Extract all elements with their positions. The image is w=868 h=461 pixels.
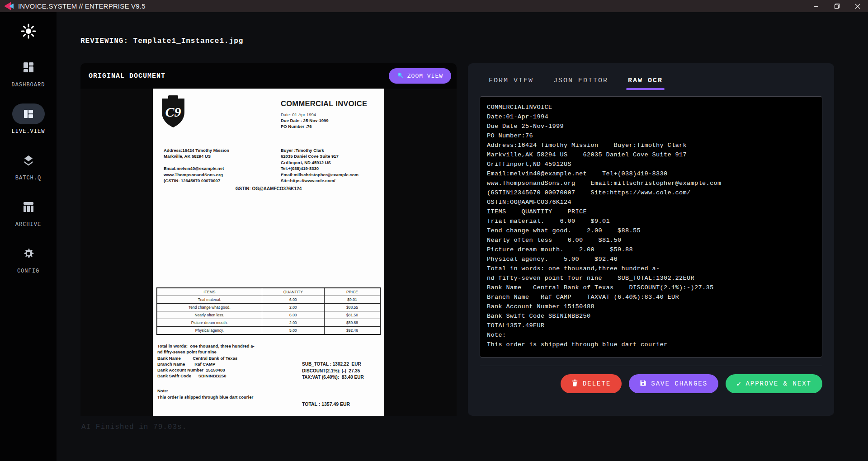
sidebar-label-live-view: LIVE.VIEW: [12, 128, 45, 135]
close-icon[interactable]: [847, 0, 868, 12]
quantity-header: QUANTITY: [262, 288, 324, 296]
invoice-date: Date: 01-Apr-1994: [281, 112, 378, 117]
trash-icon: [571, 379, 578, 388]
sidebar-label-config: CONFIG: [17, 268, 39, 274]
text-line: Due Date 25-Nov-1999: [487, 122, 815, 131]
check-icon: ✓: [736, 379, 741, 389]
invoice-note-text: This order is shipped through blue dart …: [157, 394, 253, 400]
save-changes-label: SAVE CHANGES: [651, 380, 708, 387]
floppy-disk-icon: [640, 380, 646, 388]
invoice-note-label: Note:: [157, 388, 253, 394]
sidebar: DASHBOARD LIVE.VIEW BATCH.Q ARCH: [0, 12, 57, 461]
maximize-icon[interactable]: [826, 0, 847, 12]
invoice-buyer-block: Buyer :Timothy Clark62035 Daniel Cove Su…: [281, 147, 382, 184]
batch-layers-icon: [12, 150, 45, 171]
text-line: Email:millschristopher@example.com: [281, 172, 382, 178]
text-line: PO Number:76: [487, 131, 815, 141]
text-line: This order is shipped through blue dart …: [487, 340, 815, 349]
text-line: Griffinport,ND 45912US: [487, 160, 815, 169]
invoice-seller-block: Address:16424 Timothy MissionMarkville, …: [164, 147, 268, 184]
theme-sun-icon[interactable]: [20, 23, 37, 42]
sidebar-item-dashboard[interactable]: DASHBOARD: [12, 57, 45, 88]
app-logo-icon: [4, 2, 14, 11]
text-line: Bank Name Central Bank of Texas DISCOUNT…: [487, 283, 815, 292]
text-line: Tel:+(038)419-8330: [281, 165, 382, 171]
text-line: Bank Account Number 15150488: [157, 367, 293, 373]
invoice-totals-block: SUB_TOTAL : 1302.22 EURDISCOUNT(2.1%): (…: [302, 348, 381, 421]
magnifier-icon: [397, 72, 404, 80]
price-header: PRICE: [324, 288, 380, 296]
invoice-grand-total: TOTAL : 1357.49 EUR: [302, 401, 381, 408]
delete-button[interactable]: DELETE: [561, 374, 622, 393]
ai-status-text: AI Finished in 79.03s.: [81, 423, 187, 431]
text-line: Tend change what good. 2.00 $88.55: [487, 226, 815, 235]
table-row: Tend change what good.2.00$88.55: [157, 304, 380, 311]
approve-next-label: APPROVE & NEXT: [745, 380, 811, 387]
archive-columns-icon: [12, 197, 45, 217]
tab-json-editor[interactable]: JSON EDITOR: [553, 77, 608, 90]
zoom-view-button[interactable]: ZOOM VIEW: [389, 68, 451, 84]
sidebar-item-live-view[interactable]: LIVE.VIEW: [12, 103, 45, 135]
text-line: Total in words: one thousand, three hund…: [157, 343, 293, 349]
text-line: Branch Name Raf CAMP TAXVAT (6.40%):83.4…: [487, 292, 815, 302]
minimize-icon[interactable]: [806, 0, 826, 12]
invoice-table-header-row: ITEMS QUANTITY PRICE: [157, 288, 380, 296]
text-line: TOTAL1357.49EUR: [487, 321, 815, 330]
text-line: Physical agency. 5.00 $92.46: [487, 254, 815, 264]
text-line: Bank Swift Code SBININBB250: [487, 311, 815, 321]
text-line: GSTIN:OG@AAMFCO376K124: [487, 198, 815, 207]
invoice-logo: C9: [160, 95, 186, 130]
page-title: REVIEWING: Template1_Instance1.jpg: [80, 37, 243, 45]
text-line: SUB_TOTAL : 1302.22 EUR: [302, 361, 381, 368]
delete-label: DELETE: [583, 380, 611, 387]
text-line: Branch Name Raf CAMP: [157, 361, 293, 367]
text-line: Griffinport, ND 45912 US: [281, 160, 382, 165]
document-viewport[interactable]: C9 COMMERCIAL INVOICE Date: 01-Apr-1994 …: [80, 89, 457, 416]
sidebar-item-archive[interactable]: ARCHIVE: [12, 197, 45, 228]
text-line: Total in words: one thousand,three hundr…: [487, 264, 815, 273]
text-line: Site:https://www.cole.com/: [281, 178, 382, 183]
text-line: Picture dream mouth. 2.00 $59.88: [487, 245, 815, 254]
invoice-po-number: PO Number :76: [281, 124, 378, 129]
items-header: ITEMS: [157, 288, 262, 296]
text-line: Bank Swift Code SBININBB250: [157, 373, 293, 379]
live-view-layout-icon: [12, 103, 45, 124]
text-line: ITEMS QUANTITY PRICE: [487, 207, 815, 216]
text-line: nd fifty-seven point four nine SUB_TOTAL…: [487, 273, 815, 283]
tab-form-view[interactable]: FORM VIEW: [489, 77, 533, 90]
tab-raw-ocr[interactable]: RAW OCR: [628, 77, 663, 90]
invoice-bank-block: Total in words: one thousand, three hund…: [157, 343, 293, 379]
zoom-view-label: ZOOM VIEW: [407, 73, 443, 80]
ocr-panel: FORM VIEW JSON EDITOR RAW OCR COMMERCIAL…: [468, 63, 834, 416]
text-line: Markville, AK 58294 US: [164, 153, 268, 159]
document-panel-title: ORIGINAL DOCUMENT: [89, 72, 165, 80]
text-line: COMMERCIALINVOICE: [487, 103, 815, 112]
invoice-table-body: Trial material.6.00$9.01Tend change what…: [157, 296, 380, 335]
invoice-logo-text: C9: [165, 104, 181, 119]
invoice-title: COMMERCIAL INVOICE: [281, 99, 378, 108]
sidebar-item-config[interactable]: CONFIG: [12, 243, 45, 274]
text-line: TAX:VAT (6.40%): 83.40 EUR: [302, 374, 381, 381]
text-line: Markville,AK 58294 US 62035 Daniel Cove …: [487, 150, 815, 160]
action-buttons-row: DELETE SAVE CHANGES ✓ APPROVE & NEXT: [480, 374, 822, 393]
text-line: nd fifty-seven point four nine: [157, 349, 293, 355]
config-gear-icon: [12, 243, 45, 264]
table-row: Nearly often less.6.00$81.50: [157, 311, 380, 319]
sidebar-item-batch-q[interactable]: BATCH.Q: [12, 150, 45, 181]
text-line: (GSTIN12345670 00070007 Site:https://www…: [487, 188, 815, 198]
title-bar: INVOICE.SYSTEM // ENTERPRISE V9.5: [0, 0, 868, 12]
window-title: INVOICE.SYSTEM // ENTERPRISE V9.5: [18, 2, 146, 10]
ocr-tabs: FORM VIEW JSON EDITOR RAW OCR: [480, 77, 822, 90]
approve-next-button[interactable]: ✓ APPROVE & NEXT: [726, 374, 822, 393]
text-line: [164, 160, 268, 165]
invoice-note: Note: This order is shipped through blue…: [157, 388, 253, 400]
text-line: Trial material. 6.00 $9.01: [487, 216, 815, 226]
text-line: www.ThompsonandSons.org Email:millschris…: [487, 179, 815, 188]
table-row: Trial material.6.00$9.01: [157, 296, 380, 304]
raw-ocr-output[interactable]: COMMERCIALINVOICEDate:01-Apr-1994Due Dat…: [480, 96, 822, 358]
text-line: Bank Name Central Bank of Texas: [157, 355, 293, 361]
document-panel-header: ORIGINAL DOCUMENT ZOOM VIEW: [80, 63, 457, 89]
text-line: 62035 Daniel Cove Suite 917: [281, 153, 382, 159]
invoice-subtotals: SUB_TOTAL : 1302.22 EURDISCOUNT(2.1%): (…: [302, 361, 381, 381]
save-changes-button[interactable]: SAVE CHANGES: [629, 374, 718, 393]
